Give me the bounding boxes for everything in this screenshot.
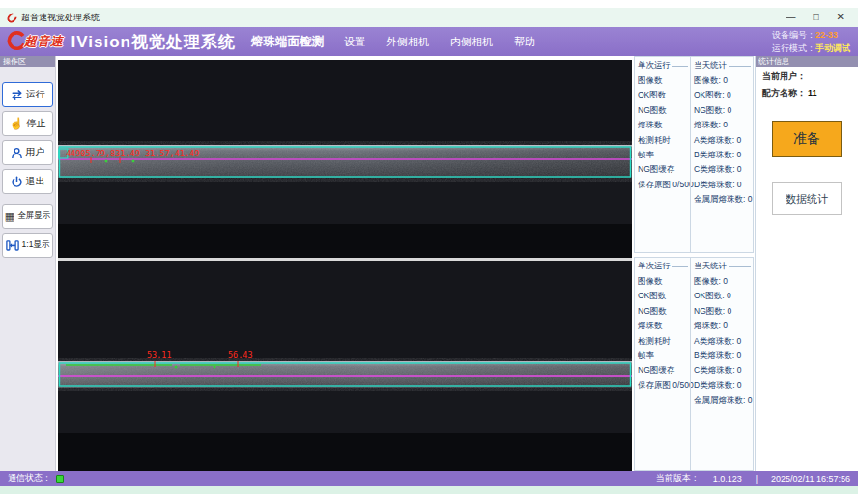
menu-bar: 配方设置外侧相机内侧相机帮助 — [301, 27, 535, 56]
stat-label: OK图数 — [638, 289, 690, 303]
datetime: 2025/02/11 16:57:56 — [771, 474, 850, 484]
stat-value: 图像数: 0 — [694, 73, 753, 88]
mode-value: 手动调试 — [815, 43, 850, 53]
data-statistics-button[interactable]: 数据统计 — [772, 182, 842, 215]
info-panel-title: 统计信息 — [756, 56, 858, 67]
stat-value: 金属屑熔珠数: 0 — [694, 393, 753, 407]
recipe-name-label: 配方名称： — [762, 88, 806, 98]
camera-viewport: 44905.79,831.49 31.57,41.49 — [58, 60, 632, 471]
fullscreen-button[interactable]: ▦ 全屏显示 — [2, 204, 53, 229]
close-icon[interactable]: ✕ — [837, 8, 844, 27]
stat-label: 帧率 — [638, 148, 690, 162]
run-cycle-icon — [11, 89, 23, 101]
current-user-row: 当前用户： — [756, 67, 858, 83]
stat-label: 熔珠数 — [638, 118, 690, 132]
current-user-label: 当前用户： — [762, 71, 806, 81]
outer-camera-stats: 单次运行 图像数OK图数NG图数熔珠数检测耗时帧率NG图缓存保存原图 0/500… — [634, 56, 754, 253]
stat-label: NG图缓存 — [638, 162, 690, 177]
separator: | — [756, 474, 758, 484]
one-to-one-button[interactable]: 1:1显示 — [2, 233, 53, 258]
stat-value: C类熔珠数: 0 — [694, 363, 753, 378]
statistics-panels: 单次运行 图像数OK图数NG图数熔珠数检测耗时帧率NG图缓存保存原图 0/500… — [634, 56, 754, 471]
sidebar-title: 操作区 — [0, 56, 55, 67]
stat-value: C类熔珠数: 0 — [694, 162, 753, 177]
stop-button[interactable]: ☝ 停止 — [2, 111, 53, 136]
user-button[interactable]: 用户 — [2, 140, 53, 165]
stat-label: 保存原图 0/500 — [638, 178, 690, 192]
menu-item[interactable]: 内侧相机 — [450, 35, 493, 49]
stat-label: 图像数 — [638, 274, 690, 289]
stat-value: A类熔珠数: 0 — [694, 334, 753, 349]
single-run-rows: 图像数OK图数NG图数熔珠数检测耗时帧率NG图缓存保存原图 0/500 — [638, 274, 690, 393]
fullscreen-grid-icon: ▦ — [5, 210, 14, 222]
brand-name: 超音速 — [24, 33, 64, 50]
footer-band — [0, 486, 858, 494]
stat-value: OK图数: 0 — [694, 289, 753, 303]
recipe-name-row: 配方名称：11 — [756, 83, 858, 99]
prepare-button[interactable]: 准备 — [772, 121, 842, 157]
inner-camera-stats: 单次运行 图像数OK图数NG图数熔珠数检测耗时帧率NG图缓存保存原图 0/500… — [634, 257, 754, 471]
menu-item[interactable]: 配方 — [301, 35, 323, 49]
operation-sidebar: 操作区 运行 ☝ 停止 用户 — [0, 56, 56, 471]
stat-value: A类熔珠数: 0 — [694, 133, 753, 148]
stat-value: NG图数: 0 — [694, 103, 753, 118]
single-run-header: 单次运行 — [638, 59, 690, 73]
stat-label: NG图缓存 — [638, 363, 690, 378]
stat-label: OK图数 — [638, 88, 690, 102]
today-stats-header: 当天统计 — [694, 260, 753, 274]
fullscreen-label: 全屏显示 — [17, 210, 50, 222]
one-to-one-label: 1:1显示 — [22, 239, 50, 251]
device-value: 22-33 — [815, 30, 838, 40]
stat-label: 图像数 — [638, 73, 690, 88]
exit-label: 退出 — [26, 175, 45, 188]
single-run-rows: 图像数OK图数NG图数熔珠数检测耗时帧率NG图缓存保存原图 0/500 — [638, 73, 690, 192]
measurement-annotation: 56.43 — [228, 350, 253, 360]
stat-value: NG图数: 0 — [694, 304, 753, 319]
menu-item[interactable]: 帮助 — [514, 35, 535, 49]
stat-value: B类熔珠数: 0 — [694, 148, 753, 162]
stat-value: 金属屑熔珠数: 0 — [694, 192, 753, 207]
today-stats-rows: 图像数: 0OK图数: 0NG图数: 0熔珠数: 0A类熔珠数: 0B类熔珠数:… — [694, 274, 753, 408]
stat-label: 熔珠数 — [638, 319, 690, 333]
mode-label: 运行模式： — [772, 43, 815, 53]
inner-camera-view[interactable]: 53.11 56.43 — [58, 261, 632, 471]
version-value: 1.0.123 — [713, 474, 742, 484]
stat-label: NG图数 — [638, 103, 690, 118]
menu-item[interactable]: 设置 — [344, 35, 365, 49]
device-label: 设备编号： — [772, 30, 815, 40]
device-info: 设备编号：22-33 运行模式：手动调试 — [772, 28, 850, 55]
app-logo-icon — [5, 11, 18, 24]
stop-label: 停止 — [26, 117, 45, 130]
run-button[interactable]: 运行 — [2, 82, 53, 107]
version-label: 当前版本： — [656, 472, 700, 485]
stat-label: 检测耗时 — [638, 133, 690, 148]
one-to-one-icon — [6, 239, 19, 252]
run-label: 运行 — [26, 88, 45, 101]
stat-value: B类熔珠数: 0 — [694, 349, 753, 363]
minimize-icon[interactable]: — — [786, 8, 796, 27]
status-bar: 通信状态： 当前版本： 1.0.123 | 2025/02/11 16:57:5… — [0, 471, 858, 486]
green-square-indicator — [56, 475, 64, 483]
user-label: 用户 — [26, 146, 45, 159]
today-stats-rows: 图像数: 0OK图数: 0NG图数: 0熔珠数: 0A类熔珠数: 0B类熔珠数:… — [694, 73, 753, 208]
measurement-annotation: 31.57,41.49 — [145, 149, 199, 158]
menu-item[interactable]: 外侧相机 — [386, 35, 429, 49]
maximize-icon[interactable]: □ — [814, 8, 819, 27]
measurement-annotation: 44905.79,831.49 — [66, 149, 140, 158]
measurement-annotation: 53.11 — [147, 350, 172, 360]
exit-button[interactable]: 退出 — [2, 169, 53, 194]
today-stats-header: 当天统计 — [694, 59, 753, 73]
stat-value: 熔珠数: 0 — [694, 118, 753, 132]
stat-label: 检测耗时 — [638, 334, 690, 349]
stat-value: D类熔珠数: 0 — [694, 178, 753, 192]
app-window: 超音速视觉处理系统 — □ ✕ 超音速 IVision视觉处理系统 熔珠端面检测… — [0, 0, 858, 504]
stat-label: 帧率 — [638, 349, 690, 363]
outer-camera-view[interactable]: 44905.79,831.49 31.57,41.49 — [58, 60, 632, 258]
hand-stop-icon: ☝ — [10, 118, 24, 129]
stat-value: D类熔珠数: 0 — [694, 378, 753, 393]
single-run-header: 单次运行 — [638, 260, 690, 274]
stat-value: 图像数: 0 — [694, 274, 753, 289]
comm-status-label: 通信状态： — [8, 472, 51, 485]
power-exit-icon — [11, 176, 23, 188]
brand-logo: 超音速 — [6, 31, 64, 52]
